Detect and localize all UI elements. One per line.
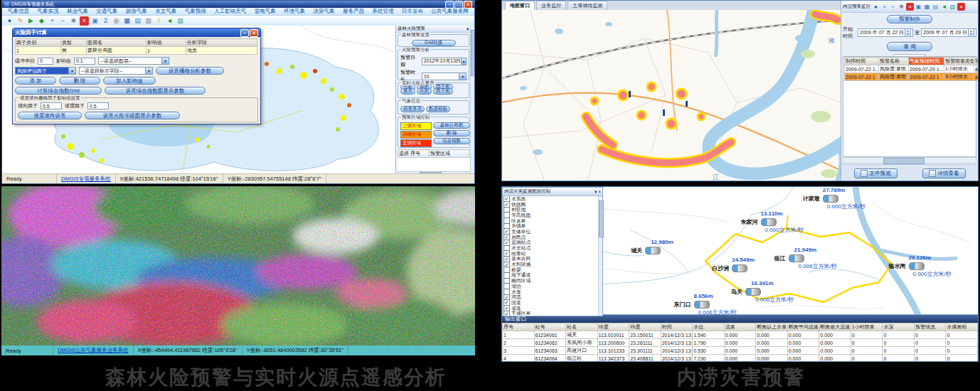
layer-checkbox[interactable]: ✓ xyxy=(504,311,510,315)
buffer-input[interactable]: 0 xyxy=(38,58,53,65)
column-header[interactable]: 分析字段 xyxy=(186,39,257,47)
station-marker[interactable]: 8.656m 东门口 0.006立方米/秒 xyxy=(674,301,710,309)
column-header[interactable]: 站号 xyxy=(534,323,566,331)
image-icon[interactable]: ▧ xyxy=(176,16,185,26)
column-header[interactable]: 预警名称 xyxy=(879,58,909,65)
set-index-display-button[interactable]: 设置综合指数图显示参数 xyxy=(105,87,206,95)
table-row[interactable]: 1面森林分布图1地类 xyxy=(16,47,257,55)
column-header[interactable]: 水位 xyxy=(693,323,725,331)
measure-icon[interactable]: ✎ xyxy=(16,16,25,26)
table-row[interactable]: 361234063高速河口113.10123323.3011112014/12/… xyxy=(503,347,978,355)
slope-setting-button[interactable]: 坡度坡向设置 xyxy=(18,112,82,119)
table-row[interactable]: 261234062东风闸小湖113.20060023.2611112014/12… xyxy=(503,339,978,347)
pan-hand-icon[interactable]: ✱ xyxy=(898,3,905,11)
window-titlebar[interactable]: DMGIS专项服务系统 − ▢ × xyxy=(2,1,474,8)
hydrology-map-area[interactable]: 27.789m 计家墩 0.000立方米/秒 13.110m 朱家河 0.000… xyxy=(502,187,979,316)
tab-map-window[interactable]: 地图窗口 xyxy=(505,1,535,10)
menu-item[interactable]: 公共气象服务网 xyxy=(431,8,469,15)
dialog-minimize-button[interactable]: − xyxy=(240,29,249,37)
date-spinner[interactable]: ▴▾ xyxy=(905,28,911,37)
detail-view-button[interactable]: 详情查看 xyxy=(922,168,966,178)
column-header[interactable]: 预警情况 xyxy=(914,323,946,331)
menu-item[interactable]: 林业气象 xyxy=(67,8,88,15)
window-icon[interactable]: ▣ xyxy=(915,3,922,11)
stop-icon[interactable]: × xyxy=(80,16,89,26)
impact-input[interactable]: 0.1 xyxy=(74,58,95,65)
column-header[interactable]: 制作时间 xyxy=(845,58,879,65)
back-icon[interactable]: ◄ xyxy=(165,16,174,26)
dialog-titlebar[interactable]: 火险因子计算 − × xyxy=(13,28,260,37)
menu-item[interactable]: 系统管理 xyxy=(372,8,393,15)
menu-item[interactable]: 日常发布 xyxy=(402,8,423,15)
close-button[interactable]: × xyxy=(464,1,472,9)
layer-panel-close-icon[interactable]: × xyxy=(598,189,601,194)
system-link[interactable]: DMGIS专项服务系统 xyxy=(57,174,116,183)
column-header[interactable]: 断面平均流速 xyxy=(787,323,819,331)
table-row[interactable]: 2009-07-22 1风险度:暴雨2009-07-22 13小时降水admin xyxy=(845,73,979,81)
print-icon[interactable]: ▥ xyxy=(144,16,153,26)
collapse-icon[interactable]: ▾ xyxy=(595,189,597,195)
stop-icon[interactable]: × xyxy=(906,3,914,11)
column-header[interactable]: 水深 xyxy=(883,323,915,331)
column-header[interactable]: 影响值 xyxy=(147,39,186,47)
chart-icon[interactable]: ▤ xyxy=(133,16,142,26)
column-header[interactable]: 1小时雨量 xyxy=(851,323,883,331)
city-map-area[interactable]: 湘 江 xyxy=(502,10,841,181)
grid-convert-button[interactable]: Grid转换 xyxy=(412,40,456,46)
zoom-out-icon[interactable]: − xyxy=(889,3,897,11)
date-to-picker[interactable]: 2009 年 07 月 29 日 ▴▾ xyxy=(921,28,976,37)
column-header-sorted[interactable]: 气象预报时间 xyxy=(909,58,944,65)
add-button[interactable]: 添 加 xyxy=(15,77,56,85)
calc-grid-button[interactable]: 计算综合指数Grid xyxy=(15,87,102,95)
station-marker[interactable]: 13.110m 朱家河 0.000立方米/秒 xyxy=(741,218,777,226)
warning-list-table[interactable]: 制作时间 预警名称 气象预报时间 预警雨量类型 制作人 2009-07-22 1… xyxy=(844,57,978,81)
select-arrow-icon[interactable]: ▶ xyxy=(26,16,36,26)
composite-index-button[interactable]: 综合指数 xyxy=(433,138,470,144)
aspect-input[interactable]: 0.5 xyxy=(87,102,109,109)
column-header[interactable]: 序号 xyxy=(503,323,535,331)
column-header[interactable]: 经度 xyxy=(597,323,629,331)
field-select[interactable]: --请选择标示字段-- ▾ xyxy=(79,67,153,75)
realtime-button[interactable]: 显示 xyxy=(400,88,415,95)
pick-icon[interactable]: ◆ xyxy=(37,16,46,26)
zoom-in-icon[interactable]: + xyxy=(48,16,57,26)
join-impact-button[interactable]: 加入影响值 xyxy=(103,77,156,85)
globe-icon[interactable]: ● xyxy=(872,3,880,11)
table-row[interactable]: 461234064临江站113.34237323.4088112014/12/3… xyxy=(503,355,978,362)
zoom-out-icon[interactable]: − xyxy=(58,16,68,26)
file-preview-button[interactable]: 文件预览 xyxy=(854,168,898,178)
tab-monitor[interactable]: 业务监控 xyxy=(536,1,566,10)
warning-region-list[interactable]: 选择 序号预警区域 xyxy=(398,149,469,171)
weather-button[interactable]: 数据检验 xyxy=(426,106,450,112)
warn-hours-select[interactable]: 10 ▾ xyxy=(422,73,467,80)
realtime-button[interactable]: 绘图 xyxy=(417,88,432,95)
layer-item[interactable]: ✓主城区界 xyxy=(504,311,598,315)
menu-item[interactable]: 气象预报 xyxy=(185,8,206,15)
globe-icon[interactable]: ● xyxy=(5,16,14,26)
delete-button[interactable]: 删 除 xyxy=(59,77,100,85)
zoom-in-icon[interactable]: + xyxy=(880,3,888,11)
maximize-button[interactable]: ▢ xyxy=(454,1,463,9)
station-marker[interactable]: 21.949m 临江 0.006立方米/秒 xyxy=(774,255,804,262)
fire-level-display-button[interactable]: 设置火险等级图显示参数 xyxy=(85,112,180,119)
menu-item[interactable]: 环境气象 xyxy=(284,8,305,15)
set-raster-button[interactable]: 设置栅格分析参数 xyxy=(156,67,224,75)
close-icon[interactable]: × xyxy=(957,3,965,11)
menu-item[interactable]: 旅游气象 xyxy=(126,8,147,15)
query-button[interactable]: 查 询 xyxy=(887,42,932,51)
station-marker[interactable]: 12.980m 城关 xyxy=(631,247,661,255)
map-view-icon[interactable]: ▦ xyxy=(122,16,132,26)
layer-scrollbar[interactable] xyxy=(598,196,602,316)
column-header[interactable]: 图层名 xyxy=(87,39,147,47)
column-header[interactable]: 选择 序号 xyxy=(398,150,430,158)
menu-item[interactable]: 气象实况 xyxy=(37,8,58,15)
page2-icon[interactable]: 2 xyxy=(101,16,110,26)
column-header[interactable]: 纬度 xyxy=(629,323,661,331)
menu-item[interactable]: 水文气象 xyxy=(155,8,176,15)
column-header[interactable]: 断面最大流速 xyxy=(819,323,851,331)
column-header[interactable]: 类型 xyxy=(61,39,87,47)
dialog-close-button[interactable]: × xyxy=(250,29,258,37)
menu-item[interactable]: 交通气象 xyxy=(96,8,117,15)
date-from-picker[interactable]: 2009 年 07 月 22 日 ▴▾ xyxy=(858,28,913,37)
image-icon[interactable]: ▧ xyxy=(949,3,957,11)
